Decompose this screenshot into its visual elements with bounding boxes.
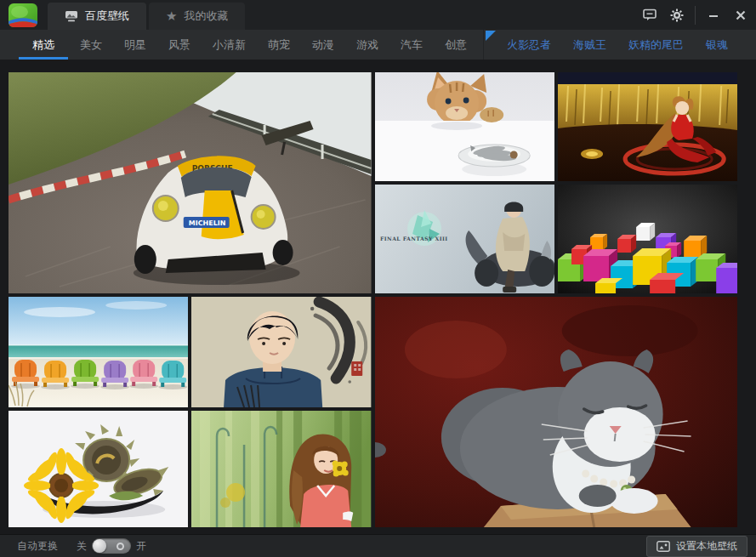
local-wallpaper-icon [657,541,670,552]
category-anime[interactable]: 动漫 [302,30,344,60]
anime-girl-image [558,72,737,181]
quick-link-gintama[interactable]: 银魂 [695,30,739,60]
quick-link-one-piece[interactable]: 海贼王 [562,30,617,60]
category-stars[interactable]: 明星 [114,30,156,60]
car-sponsor-text: MICHELIN [189,219,226,227]
girl-cornfield-image [191,411,371,527]
category-nav: 精选 美女 明星 风景 小清新 萌宠 动漫 游戏 汽车 创意 火影忍者 海贼王 … [0,30,756,60]
wallpaper-thumbnail-final-fantasy[interactable]: FINAL FANTASY XIII [375,185,554,293]
final-fantasy-image: FINAL FANTASY XIII [375,185,554,293]
minimize-button[interactable] [700,0,727,30]
ink-portrait-image [191,297,371,407]
feedback-button[interactable] [636,0,663,30]
scottish-fold-cat-image [375,297,738,527]
toggle-knob [93,539,106,553]
quick-link-naruto[interactable]: 火影忍者 [496,30,562,60]
category-cars[interactable]: 汽车 [390,30,433,60]
wallpaper-thumbnail-beach[interactable] [9,297,188,407]
controls-divider [695,6,696,25]
window-controls [636,0,756,30]
tab-baidu-wallpaper[interactable]: 百度壁纸 [48,3,146,30]
category-pets[interactable]: 萌宠 [258,30,300,60]
ff-logo-text: FINAL FANTASY XIII [380,236,448,242]
wallpaper-thumbnail-portrait[interactable] [191,297,371,407]
set-local-wallpaper-label: 设置本地壁纸 [676,539,737,554]
wallpaper-thumbnail-kitten[interactable] [375,72,554,181]
quick-link-label: 银魂 [706,37,728,53]
star-icon: ★ [166,10,177,23]
category-label: 小清新 [213,37,246,53]
category-beauty[interactable]: 美女 [70,30,112,60]
category-label: 萌宠 [268,37,290,53]
settings-button[interactable] [663,0,691,30]
wallpaper-thumbnail-anime-girl[interactable] [558,72,737,181]
toggle-on-label: 开 [136,539,146,554]
wallpaper-thumbnail-porsche[interactable]: PORSCHE MICHELIN [9,72,372,293]
feedback-icon [643,9,657,21]
beach-chairs-image [9,297,188,407]
footer-bar: 自动更换 关 开 设置本地壁纸 [0,534,756,557]
wallpaper-thumbnail-cubes[interactable] [558,185,737,293]
wallpaper-grid: PORSCHE MICHELIN [9,72,737,527]
category-creative[interactable]: 创意 [435,30,477,60]
category-label: 风景 [168,37,190,53]
close-button[interactable] [727,0,754,30]
porsche-race-car-image: PORSCHE MICHELIN [9,72,372,293]
app-logo [9,3,37,27]
app-logo-icon [9,3,37,27]
wallpaper-thumbnail-sunflowers[interactable] [9,411,188,527]
quick-link-label: 海贼王 [573,37,606,53]
category-label: 美女 [80,37,102,53]
category-label: 汽车 [401,37,423,53]
titlebar: 百度壁纸 ★ 我的收藏 [0,0,756,30]
gear-icon [670,9,684,22]
tab-label: 我的收藏 [184,9,228,24]
minimize-icon [708,10,719,20]
category-label: 明星 [124,37,146,53]
colorful-cubes-image [558,185,737,293]
category-label: 动漫 [312,37,334,53]
quick-link-label: 妖精的尾巴 [628,37,684,53]
tab-my-favorites[interactable]: ★ 我的收藏 [149,3,245,30]
category-fresh[interactable]: 小清新 [202,30,256,60]
app-window: 百度壁纸 ★ 我的收藏 [0,0,756,557]
quick-links: 火影忍者 海贼王 妖精的尾巴 银魂 [483,30,739,60]
toggle-off-label: 关 [77,539,87,554]
category-games[interactable]: 游戏 [346,30,389,60]
auto-change-label: 自动更换 [17,539,58,554]
close-icon [736,10,746,20]
corner-flag-icon [486,31,496,41]
sunflowers-image [9,411,188,527]
category-label: 游戏 [356,37,378,53]
toggle-ring-icon [117,543,124,550]
category-scenery[interactable]: 风景 [158,30,201,60]
kitten-fish-image [375,72,554,181]
quick-link-fairy-tail[interactable]: 妖精的尾巴 [617,30,695,60]
category-label: 精选 [32,37,54,53]
wallpaper-icon [65,10,78,22]
wallpaper-thumbnail-big-cat[interactable] [375,297,738,527]
quick-link-label: 火影忍者 [507,37,551,53]
set-local-wallpaper-button[interactable]: 设置本地壁纸 [646,536,747,557]
category-label: 创意 [445,37,467,53]
tab-label: 百度壁纸 [85,9,129,24]
auto-change-toggle[interactable] [92,538,131,554]
wallpaper-thumbnail-girl[interactable] [191,411,371,527]
category-featured[interactable]: 精选 [19,30,68,60]
